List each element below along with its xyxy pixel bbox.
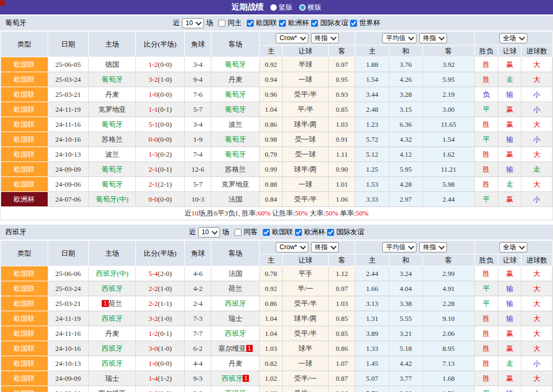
competition-checkbox-checked[interactable]	[311, 20, 318, 27]
odds-company-select[interactable]: Crow*	[276, 242, 308, 252]
odds-away-cell: 0.95	[328, 72, 355, 87]
avg-away-cell: 3.92	[422, 57, 474, 72]
match-row: 欧国联24-09-06葡萄牙2-1(2-1)5-7克罗地亚0.88一球1.011…	[1, 177, 552, 192]
competition-checkbox-checked[interactable]	[247, 20, 254, 27]
fulltime-score: 0-0	[148, 195, 157, 203]
halftime-score: (0-1)	[158, 105, 172, 113]
avg-home-cell: 1.53	[355, 177, 389, 192]
odds-home-cell: 0.79	[260, 147, 283, 162]
final-odds-select-2[interactable]: 终指	[419, 242, 447, 252]
result-cell: 胜	[474, 266, 498, 281]
header-select-group: 平均值终指	[355, 241, 474, 255]
avg-away-cell: 1.59	[422, 386, 474, 392]
column-header: 角球	[184, 32, 211, 57]
team-name-text: 葡萄牙	[225, 105, 246, 113]
match-row: 欧国联24-09-06塞尔维亚0-0(0-0)2-9西班牙1.03受半/一0.8…	[1, 386, 552, 392]
team-name-text: 西班牙(中)	[96, 270, 128, 278]
away-team-cell: 西班牙	[211, 386, 260, 392]
sub-column-header: 胜负	[474, 45, 498, 57]
handicap-cell: 受一球	[283, 132, 328, 147]
goals-result-cell: 大	[521, 266, 552, 281]
odds-home-cell: 0.96	[260, 87, 283, 102]
avg-draw-cell: 3.24	[389, 266, 423, 281]
team-name-label: 西班牙	[5, 227, 26, 237]
halftime-score: (2-1)	[158, 180, 172, 188]
odds-home-cell: 0.86	[260, 117, 283, 132]
score-cell: 1-0(0-0)	[136, 87, 185, 102]
competition-checkbox-checked[interactable]	[279, 20, 286, 27]
avg-home-cell: 1.25	[355, 162, 389, 177]
match-count-select[interactable]: 10	[198, 227, 220, 237]
recent-results-page: 近期战绩 竖版 横版 葡萄牙近10场同主欧国联欧洲杯国际友谊世界杯类型日期主场比…	[0, 0, 553, 392]
type-cell: 欧国联	[1, 162, 48, 177]
avg-home-cell: 3.44	[355, 87, 389, 102]
final-odds-select[interactable]: 终指	[311, 33, 339, 43]
avg-away-cell: 5.98	[422, 177, 474, 192]
final-odds-select-2[interactable]: 终指	[419, 33, 447, 43]
average-select[interactable]: 平均值	[382, 242, 416, 252]
handicap-cell: 受半/一	[283, 371, 328, 386]
team-name-text: 瑞士	[105, 374, 119, 382]
odds-home-cell: 1.02	[260, 371, 283, 386]
sub-column-header: 客	[328, 45, 355, 57]
layout-option-vertical[interactable]: 竖版	[270, 3, 293, 12]
avg-away-cell: 11.21	[422, 162, 474, 177]
chevron-down-icon	[439, 34, 445, 40]
full-match-select[interactable]: 全场	[499, 33, 527, 43]
odds-company-select[interactable]: Crow*	[276, 33, 308, 43]
result-cell: 平	[474, 386, 498, 392]
handicap-result-cell: 输	[498, 132, 521, 147]
competition-checkbox-checked[interactable]	[263, 229, 270, 236]
home-team-cell: 西班牙	[88, 311, 136, 326]
corner-cell: 5-7	[184, 177, 211, 192]
handicap-result-cell: 赢	[498, 192, 521, 207]
avg-draw-cell: 2.97	[389, 192, 423, 207]
summary-part: 让胜率:	[270, 209, 295, 217]
same-side-checkbox-unchecked[interactable]	[218, 20, 225, 27]
team-name-label: 葡萄牙	[5, 18, 26, 28]
date-cell: 24-11-16	[48, 326, 88, 341]
sections-container: 葡萄牙近10场同主欧国联欧洲杯国际友谊世界杯类型日期主场比分(半场)角球客场Cr…	[0, 16, 553, 392]
result-cell: 胜	[474, 356, 498, 371]
average-select-value: 平均值	[386, 34, 405, 42]
corner-cell: 7-7	[184, 326, 211, 341]
odds-home-cell: 0.92	[260, 57, 283, 72]
avg-away-cell: 2.99	[422, 266, 474, 281]
final-odds-select[interactable]: 终指	[311, 242, 339, 252]
title-bar: 近期战绩 竖版 横版	[0, 0, 553, 16]
full-match-select[interactable]: 全场	[499, 242, 527, 252]
halftime-score: (0-0)	[158, 90, 172, 98]
team-name-text: 葡萄牙	[102, 165, 123, 173]
corner-cell: 5-7	[184, 102, 211, 117]
average-select[interactable]: 平均值	[382, 33, 416, 43]
handicap-cell: 一球	[283, 177, 328, 192]
avg-away-cell: 1.54	[422, 132, 474, 147]
same-side-checkbox-unchecked[interactable]	[234, 229, 241, 236]
date-cell: 24-11-19	[48, 102, 88, 117]
fulltime-score: 2-1	[148, 165, 157, 173]
odds-home-cell: 0.88	[260, 177, 283, 192]
competition-checkbox-checked[interactable]	[350, 20, 357, 27]
header-group-row: 类型日期主场比分(半场)角球客场Crow*终指平均值终指全场	[1, 241, 552, 255]
odds-away-cell: 1.12	[328, 266, 355, 281]
score-cell: 2-1(2-1)	[136, 177, 185, 192]
home-team-cell: 克罗地亚	[88, 102, 136, 117]
odds-home-cell: 0.86	[260, 296, 283, 311]
score-cell: 1-2(0-0)	[136, 57, 185, 72]
competition-checkbox-checked[interactable]	[295, 229, 302, 236]
column-header: 类型	[1, 32, 48, 57]
handicap-cell: 球半/两	[283, 311, 328, 326]
halftime-score: (1-0)	[158, 344, 172, 352]
sub-column-header: 进球数	[521, 45, 552, 57]
radio-selected-icon	[270, 4, 277, 11]
corner-cell: 1-9	[184, 132, 211, 147]
goals-result-cell: 大	[521, 296, 552, 311]
handicap-cell: 受一球	[283, 147, 328, 162]
layout-option-horizontal[interactable]: 横版	[299, 3, 322, 12]
full-match-select-value: 全场	[503, 243, 516, 251]
competition-checkbox-checked[interactable]	[327, 229, 334, 236]
halftime-score: (2-0)	[158, 270, 172, 278]
match-count-select[interactable]: 10	[182, 18, 204, 28]
home-team-cell: 1荷兰	[88, 296, 136, 311]
corner-cell: 4-6	[184, 266, 211, 281]
